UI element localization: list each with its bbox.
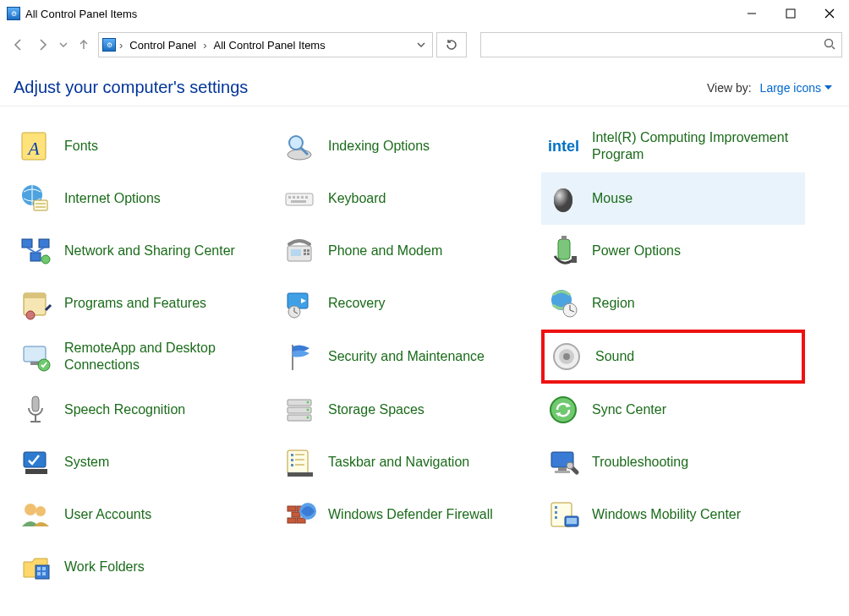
chevron-right-icon: ›: [201, 39, 208, 52]
svg-point-69: [307, 417, 309, 419]
item-security-maintenance[interactable]: Security and Maintenance: [277, 330, 541, 384]
item-remoteapp[interactable]: RemoteApp and Desktop Connections: [14, 330, 277, 384]
item-label: Security and Maintenance: [328, 348, 485, 365]
nav-toolbar: ⚙ › Control Panel › All Control Panel It…: [0, 27, 849, 63]
breadcrumb-all-items[interactable]: All Control Panel Items: [210, 37, 328, 53]
item-user-accounts[interactable]: User Accounts: [14, 488, 277, 541]
svg-rect-84: [558, 467, 567, 471]
breadcrumb-control-panel[interactable]: Control Panel: [126, 37, 200, 53]
close-button[interactable]: [810, 0, 849, 27]
item-label: Storage Spaces: [328, 401, 424, 418]
item-label: Sound: [595, 348, 634, 365]
svg-rect-35: [304, 249, 306, 252]
svg-rect-37: [304, 253, 306, 255]
item-mouse[interactable]: Mouse: [541, 172, 805, 225]
item-system[interactable]: System: [14, 436, 277, 488]
item-indexing-options[interactable]: Indexing Options: [277, 120, 541, 172]
item-label: Intel(R) Computing Improvement Program: [592, 129, 795, 163]
svg-rect-15: [34, 200, 47, 210]
item-label: Region: [592, 295, 635, 312]
programs-icon: [19, 286, 52, 320]
svg-rect-75: [288, 450, 308, 474]
globe-icon: [19, 182, 52, 215]
item-fonts[interactable]: A Fonts: [14, 120, 277, 172]
item-recovery[interactable]: Recovery: [277, 277, 541, 330]
refresh-button[interactable]: [436, 32, 467, 57]
item-speech-recognition[interactable]: Speech Recognition: [14, 384, 277, 436]
svg-rect-91: [292, 512, 300, 517]
page-title: Adjust your computer's settings: [14, 78, 248, 97]
item-power-options[interactable]: Power Options: [541, 225, 805, 277]
view-by: View by: Large icons: [707, 81, 832, 95]
svg-rect-100: [567, 518, 577, 524]
window-titlebar: ⚙ All Control Panel Items: [0, 0, 849, 27]
svg-rect-1: [786, 9, 795, 18]
keyboard-icon: [282, 182, 316, 215]
item-label: Programs and Features: [64, 295, 206, 312]
svg-rect-41: [572, 256, 577, 263]
item-label: Windows Defender Firewall: [328, 506, 493, 523]
item-network-sharing[interactable]: Network and Sharing Center: [14, 225, 277, 277]
item-region[interactable]: Region: [541, 277, 805, 330]
svg-rect-74: [25, 469, 47, 474]
content-header: Adjust your computer's settings View by:…: [0, 63, 849, 106]
recent-dropdown[interactable]: [58, 34, 69, 56]
svg-rect-103: [42, 567, 46, 570]
item-programs-features[interactable]: Programs and Features: [14, 277, 277, 330]
svg-rect-105: [42, 572, 46, 575]
maximize-button[interactable]: [771, 0, 810, 27]
sync-icon: [546, 393, 580, 427]
minimize-button[interactable]: [732, 0, 771, 27]
svg-text:A: A: [26, 138, 40, 159]
svg-rect-28: [39, 239, 49, 248]
svg-rect-18: [286, 194, 313, 205]
control-panel-icon: ⚙: [7, 7, 20, 20]
item-internet-options[interactable]: Internet Options: [14, 172, 277, 225]
svg-point-86: [567, 462, 573, 469]
search-input[interactable]: [480, 32, 842, 57]
item-taskbar-navigation[interactable]: Taskbar and Navigation: [277, 436, 541, 488]
address-bar[interactable]: ⚙ › Control Panel › All Control Panel It…: [98, 32, 433, 57]
item-label: System: [64, 454, 109, 471]
item-defender-firewall[interactable]: Windows Defender Firewall: [277, 488, 541, 541]
item-work-folders[interactable]: Work Folders: [14, 541, 277, 593]
storage-icon: [282, 393, 316, 427]
item-phone-modem[interactable]: Phone and Modem: [277, 225, 541, 277]
svg-point-67: [307, 401, 309, 404]
svg-point-10: [289, 136, 303, 150]
svg-rect-21: [297, 196, 299, 199]
svg-rect-22: [301, 196, 304, 199]
view-by-value: Large icons: [760, 81, 821, 95]
forward-button[interactable]: [32, 34, 54, 56]
search-icon: [823, 37, 836, 53]
svg-point-4: [825, 39, 833, 46]
up-button[interactable]: [73, 34, 95, 56]
svg-rect-61: [32, 396, 39, 412]
back-button[interactable]: [7, 34, 29, 56]
item-intel-program[interactable]: intel Intel(R) Computing Improvement Pro…: [541, 120, 805, 172]
view-by-label: View by:: [707, 81, 752, 95]
item-label: Work Folders: [64, 559, 145, 575]
fonts-icon: A: [19, 129, 52, 163]
address-history-dropdown[interactable]: [414, 41, 429, 49]
svg-point-70: [550, 397, 576, 422]
item-sound[interactable]: Sound: [541, 330, 805, 384]
svg-rect-96: [555, 506, 557, 509]
item-label: Windows Mobility Center: [592, 506, 741, 523]
speaker-icon: [550, 340, 583, 373]
mouse-icon: [546, 182, 580, 215]
view-by-dropdown[interactable]: Large icons: [760, 81, 832, 95]
svg-rect-89: [288, 506, 296, 511]
item-troubleshooting[interactable]: Troubleshooting: [541, 436, 805, 488]
network-icon: [19, 234, 52, 268]
item-mobility-center[interactable]: Windows Mobility Center: [541, 488, 805, 541]
users-icon: [19, 498, 52, 532]
item-keyboard[interactable]: Keyboard: [277, 172, 541, 225]
item-sync-center[interactable]: Sync Center: [541, 384, 805, 436]
item-label: RemoteApp and Desktop Connections: [64, 340, 267, 373]
item-label: Troubleshooting: [592, 454, 688, 471]
item-label: User Accounts: [64, 506, 151, 523]
svg-rect-97: [555, 511, 557, 514]
svg-rect-85: [555, 471, 570, 473]
item-storage-spaces[interactable]: Storage Spaces: [277, 384, 541, 436]
